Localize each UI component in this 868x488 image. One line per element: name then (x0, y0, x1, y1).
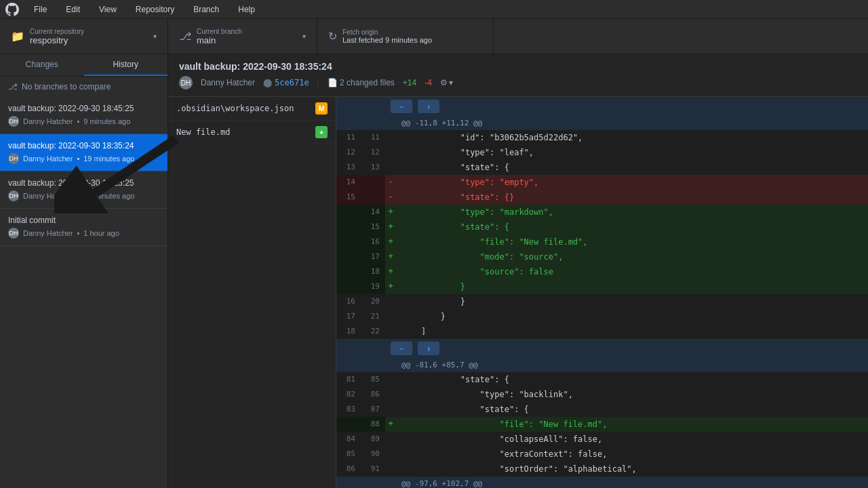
expand-button[interactable]: ⋯ (391, 100, 412, 113)
menu-help[interactable]: Help (234, 3, 259, 16)
fetch-time: Last fetched 9 minutes ago (342, 36, 432, 44)
settings-arrow-icon: ▾ (449, 78, 453, 87)
commit-title: vault backup: 2022-09-30 18:25:25 (8, 178, 159, 188)
diff-marker (385, 324, 396, 339)
branch-icon: ⎇ (179, 30, 191, 43)
line-num-old: 82 (336, 387, 361, 402)
commit-item[interactable]: vault backup: 2022-09-30 18:25:25 DH Dan… (0, 171, 167, 209)
diff-row: 14- "type": "empty", (336, 175, 868, 190)
hunk-2-label: @@ -81,6 +85,7 @@ (401, 361, 478, 369)
commit-time-val: 19 minutes ago (83, 155, 134, 163)
hunk-3-label: @@ -97,6 +102,7 @@ (401, 479, 482, 488)
diff-row: 1111 "id": "b3062b5ad5d22d62", (336, 130, 868, 145)
diff-hunk-3-header: @@ -97,6 +102,7 @@ (336, 476, 868, 488)
commit-item[interactable]: Initial commit DH Danny Hatcher • 1 hour… (0, 209, 167, 246)
repo-icon: 📁 (11, 30, 24, 43)
diff-row: 8590 "extraContext": false, (336, 447, 868, 462)
line-num-new: 16 (361, 235, 385, 249)
diff-line-content: "type": "leaf", (396, 145, 868, 160)
line-num-new: 14 (361, 205, 385, 220)
diff-row: 1721 } (336, 309, 868, 324)
tab-history[interactable]: History (84, 54, 168, 76)
diff-expand-header-2: ⋯ ↕ (336, 339, 868, 358)
line-num-new: 15 (361, 220, 385, 235)
diff-line-content: "source": false (396, 264, 868, 279)
commit-hash-value: 5ce671e (275, 78, 309, 87)
diff-line-content: "file": "New file.md", (396, 235, 868, 249)
commit-time: • (77, 155, 79, 163)
line-num-old: 86 (336, 462, 361, 476)
line-num-old (336, 235, 361, 249)
line-num-new: 20 (361, 294, 385, 309)
line-num-old: 17 (336, 309, 361, 324)
diff-line-content: "collapseAll": false, (396, 432, 868, 447)
hash-dot-icon: ⬤ (263, 78, 272, 87)
file-item[interactable]: .obsidian\workspace.json M (168, 97, 336, 121)
line-num-old: 11 (336, 130, 361, 145)
main-layout: Changes History ⎇ No branches to compare… (0, 54, 868, 488)
menu-edit[interactable]: Edit (62, 3, 84, 16)
github-logo (5, 3, 19, 16)
line-num-old (336, 417, 361, 432)
diff-settings-button[interactable]: ⚙ ▾ (440, 78, 453, 87)
commit-meta: DH Danny Hatcher • 29 minutes ago (8, 190, 159, 201)
commit-item[interactable]: vault backup: 2022-09-30 18:35:24 DH Dan… (0, 134, 167, 171)
commit-author: Danny Hatcher (23, 117, 73, 125)
diff-marker (385, 432, 396, 447)
current-branch-button[interactable]: ⎇ Current branch main ▾ (168, 19, 317, 54)
diff-marker (385, 372, 396, 387)
file-modified-badge: M (315, 102, 328, 115)
file-added-badge: + (315, 126, 328, 138)
hunk-1-label: @@ -11,8 +11,12 @@ (401, 119, 482, 127)
commit-item[interactable]: vault backup: 2022-09-30 18:45:25 DH Dan… (0, 97, 167, 134)
diff-line-content: "state": { (396, 372, 868, 387)
menu-view[interactable]: View (95, 3, 121, 16)
expand-button-2[interactable]: ⋯ (391, 342, 412, 355)
commit-title: vault backup: 2022-09-30 18:45:25 (8, 104, 159, 113)
diff-marker: + (385, 279, 396, 294)
commit-time-val: 1 hour ago (83, 229, 119, 237)
diff-rows-1: 1111 "id": "b3062b5ad5d22d62",1212 "type… (336, 130, 868, 339)
repo-name: respositry (30, 35, 84, 45)
diff-marker (385, 402, 396, 417)
diff-line-content: "sortOrder": "alphabetical", (396, 462, 868, 476)
menu-repository[interactable]: Repository (132, 3, 178, 16)
diff-marker (385, 462, 396, 476)
line-num-old: 13 (336, 160, 361, 175)
line-num-new: 19 (361, 279, 385, 294)
expand-down-button[interactable]: ↕ (418, 342, 439, 355)
commit-author: Danny Hatcher (23, 155, 73, 163)
menu-branch[interactable]: Branch (189, 3, 223, 16)
diff-hunk-1-header: @@ -11,8 +11,12 @@ (336, 116, 868, 130)
line-num-new: 86 (361, 387, 385, 402)
sidebar: Changes History ⎇ No branches to compare… (0, 54, 168, 488)
current-repo-button[interactable]: 📁 Current repository respositry ▾ (0, 19, 168, 54)
fetch-icon: ↻ (328, 30, 337, 43)
line-num-new: 91 (361, 462, 385, 476)
diff-row: 88+ "file": "New file.md", (336, 417, 868, 432)
line-num-old: 81 (336, 372, 361, 387)
diff-line-content: } (396, 309, 868, 324)
diff-marker (385, 387, 396, 402)
line-num-new: 13 (361, 160, 385, 175)
tab-changes[interactable]: Changes (0, 54, 84, 76)
avatar: DH (8, 228, 19, 239)
diff-line-content: "type": "backlink", (396, 387, 868, 402)
line-num-old: 14 (336, 175, 361, 190)
changed-files-label: 📄 2 changed files (328, 78, 395, 87)
diff-marker: - (385, 190, 396, 205)
diff-line-content: } (396, 294, 868, 309)
diff-marker (385, 130, 396, 145)
file-item[interactable]: New file.md + (168, 121, 336, 144)
menu-file[interactable]: File (30, 3, 51, 16)
line-num-old: 16 (336, 294, 361, 309)
expand-up-button[interactable]: ↑ (418, 100, 439, 113)
fetch-origin-button[interactable]: ↻ Fetch origin Last fetched 9 minutes ag… (317, 19, 494, 54)
diff-marker (385, 145, 396, 160)
line-num-new: 87 (361, 402, 385, 417)
commit-author: Danny Hatcher (23, 192, 73, 200)
line-num-old (336, 220, 361, 235)
diff-row: 1620 } (336, 294, 868, 309)
commit-time: • (77, 192, 79, 200)
diff-line-content: "mode": "source", (396, 249, 868, 264)
